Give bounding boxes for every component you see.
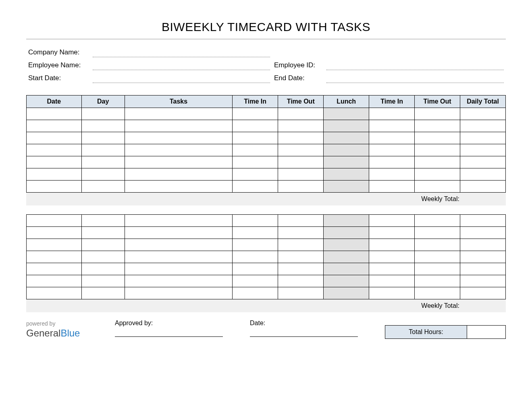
cell[interactable] xyxy=(125,263,233,275)
cell[interactable] xyxy=(233,181,278,193)
lunch-cell[interactable] xyxy=(324,251,369,263)
cell[interactable] xyxy=(233,263,278,275)
cell[interactable] xyxy=(369,181,415,193)
cell[interactable] xyxy=(125,144,233,156)
cell[interactable] xyxy=(81,156,125,168)
lunch-cell[interactable] xyxy=(324,108,369,120)
lunch-cell[interactable] xyxy=(324,263,369,275)
start-date-field[interactable] xyxy=(93,75,270,83)
cell[interactable] xyxy=(460,251,506,263)
cell[interactable] xyxy=(81,275,125,287)
cell[interactable] xyxy=(415,239,460,251)
cell[interactable] xyxy=(27,144,82,156)
cell[interactable] xyxy=(81,120,125,132)
cell[interactable] xyxy=(125,132,233,144)
cell[interactable] xyxy=(233,156,278,168)
lunch-cell[interactable] xyxy=(324,227,369,239)
cell[interactable] xyxy=(27,132,82,144)
cell[interactable] xyxy=(415,168,460,181)
cell[interactable] xyxy=(460,156,506,168)
cell[interactable] xyxy=(460,227,506,239)
lunch-cell[interactable] xyxy=(324,144,369,156)
cell[interactable] xyxy=(415,251,460,263)
cell[interactable] xyxy=(460,287,506,299)
cell[interactable] xyxy=(415,287,460,299)
lunch-cell[interactable] xyxy=(324,132,369,144)
cell[interactable] xyxy=(278,287,324,299)
lunch-cell[interactable] xyxy=(324,215,369,227)
end-date-field[interactable] xyxy=(326,75,504,83)
cell[interactable] xyxy=(278,263,324,275)
lunch-cell[interactable] xyxy=(324,275,369,287)
cell[interactable] xyxy=(27,215,82,227)
cell[interactable] xyxy=(278,144,324,156)
cell[interactable] xyxy=(369,239,415,251)
cell[interactable] xyxy=(415,108,460,120)
cell[interactable] xyxy=(460,144,506,156)
cell[interactable] xyxy=(125,168,233,181)
cell[interactable] xyxy=(460,275,506,287)
cell[interactable] xyxy=(233,227,278,239)
total-hours-value[interactable] xyxy=(467,326,505,338)
cell[interactable] xyxy=(81,215,125,227)
cell[interactable] xyxy=(369,156,415,168)
cell[interactable] xyxy=(415,215,460,227)
cell[interactable] xyxy=(125,108,233,120)
cell[interactable] xyxy=(81,263,125,275)
cell[interactable] xyxy=(233,215,278,227)
cell[interactable] xyxy=(27,156,82,168)
cell[interactable] xyxy=(233,144,278,156)
cell[interactable] xyxy=(125,239,233,251)
cell[interactable] xyxy=(81,181,125,193)
cell[interactable] xyxy=(27,168,82,181)
cell[interactable] xyxy=(415,144,460,156)
lunch-cell[interactable] xyxy=(324,156,369,168)
cell[interactable] xyxy=(415,156,460,168)
cell[interactable] xyxy=(460,120,506,132)
cell[interactable] xyxy=(125,275,233,287)
cell[interactable] xyxy=(415,263,460,275)
cell[interactable] xyxy=(125,215,233,227)
cell[interactable] xyxy=(278,227,324,239)
cell[interactable] xyxy=(460,132,506,144)
cell[interactable] xyxy=(415,120,460,132)
lunch-cell[interactable] xyxy=(324,120,369,132)
cell[interactable] xyxy=(233,239,278,251)
cell[interactable] xyxy=(415,181,460,193)
cell[interactable] xyxy=(369,263,415,275)
cell[interactable] xyxy=(415,275,460,287)
cell[interactable] xyxy=(81,168,125,181)
date-line[interactable] xyxy=(250,336,358,337)
cell[interactable] xyxy=(125,227,233,239)
cell[interactable] xyxy=(460,239,506,251)
cell[interactable] xyxy=(125,181,233,193)
cell[interactable] xyxy=(81,132,125,144)
cell[interactable] xyxy=(460,168,506,181)
cell[interactable] xyxy=(369,108,415,120)
cell[interactable] xyxy=(369,287,415,299)
cell[interactable] xyxy=(27,227,82,239)
cell[interactable] xyxy=(233,168,278,181)
cell[interactable] xyxy=(81,251,125,263)
cell[interactable] xyxy=(27,287,82,299)
cell[interactable] xyxy=(369,120,415,132)
cell[interactable] xyxy=(27,108,82,120)
cell[interactable] xyxy=(460,108,506,120)
lunch-cell[interactable] xyxy=(324,239,369,251)
employee-id-field[interactable] xyxy=(326,62,504,70)
cell[interactable] xyxy=(27,120,82,132)
cell[interactable] xyxy=(27,181,82,193)
cell[interactable] xyxy=(460,181,506,193)
cell[interactable] xyxy=(278,120,324,132)
cell[interactable] xyxy=(369,215,415,227)
lunch-cell[interactable] xyxy=(324,181,369,193)
cell[interactable] xyxy=(278,239,324,251)
cell[interactable] xyxy=(233,120,278,132)
lunch-cell[interactable] xyxy=(324,287,369,299)
cell[interactable] xyxy=(233,251,278,263)
cell[interactable] xyxy=(369,275,415,287)
company-name-field[interactable] xyxy=(93,49,270,57)
cell[interactable] xyxy=(369,144,415,156)
cell[interactable] xyxy=(278,168,324,181)
cell[interactable] xyxy=(278,275,324,287)
